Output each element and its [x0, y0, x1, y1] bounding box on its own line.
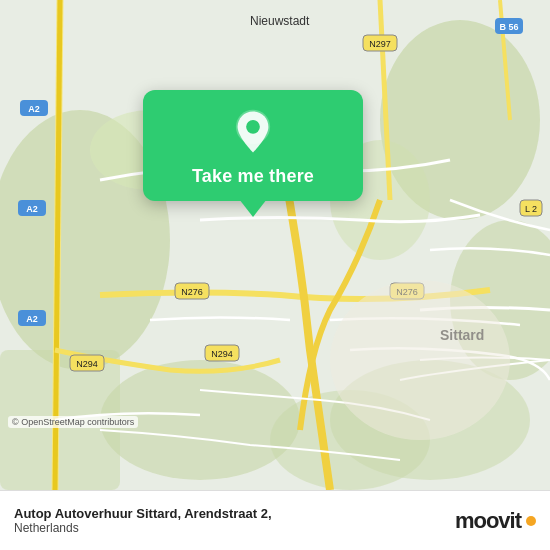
- svg-text:A2: A2: [28, 104, 40, 114]
- svg-text:A2: A2: [26, 314, 38, 324]
- svg-text:B 56: B 56: [499, 22, 518, 32]
- take-me-there-button[interactable]: Take me there: [192, 166, 314, 187]
- moovit-dot: [526, 516, 536, 526]
- osm-attribution: © OpenStreetMap contributors: [8, 416, 138, 428]
- location-title: Autop Autoverhuur Sittard, Arendstraat 2…: [14, 506, 272, 521]
- svg-text:N294: N294: [76, 359, 98, 369]
- footer-info: Autop Autoverhuur Sittard, Arendstraat 2…: [14, 506, 272, 535]
- svg-text:A2: A2: [26, 204, 38, 214]
- svg-point-32: [330, 280, 510, 440]
- location-pin-icon: [229, 108, 277, 156]
- popup-card[interactable]: Take me there: [143, 90, 363, 201]
- svg-text:L 2: L 2: [525, 204, 537, 214]
- svg-text:N276: N276: [181, 287, 203, 297]
- svg-text:N294: N294: [211, 349, 233, 359]
- location-country: Netherlands: [14, 521, 272, 535]
- map-container[interactable]: A2 A2 A2 N297 B 56 N276 N276 N294 N294 L…: [0, 0, 550, 490]
- moovit-logo: moovit: [455, 508, 536, 534]
- svg-text:N297: N297: [369, 39, 391, 49]
- moovit-wordmark: moovit: [455, 508, 521, 534]
- svg-text:Nieuwstadt: Nieuwstadt: [250, 14, 310, 28]
- footer: Autop Autoverhuur Sittard, Arendstraat 2…: [0, 490, 550, 550]
- svg-point-34: [246, 120, 260, 134]
